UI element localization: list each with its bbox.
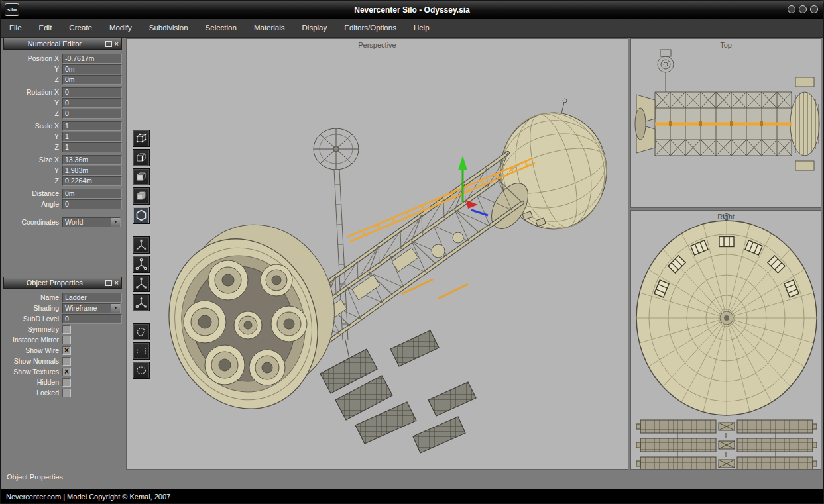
multi-mode-button[interactable]	[133, 207, 150, 224]
show-normals-checkbox[interactable]	[62, 357, 71, 366]
position-y-field[interactable]	[62, 64, 122, 74]
symmetry-checkbox[interactable]	[62, 325, 71, 334]
field-label: Angle	[3, 200, 62, 208]
lasso-select-button[interactable]	[133, 323, 150, 340]
multi-mode-icon	[135, 209, 148, 222]
panel-title: Object Properties	[4, 279, 105, 287]
menu-file[interactable]: File	[1, 19, 30, 37]
close-icon[interactable]: ×	[115, 279, 119, 286]
face-mode-button[interactable]	[133, 168, 150, 185]
field-row: Z	[3, 108, 122, 119]
angle-field[interactable]	[62, 199, 122, 209]
top-viewport[interactable]: Top	[630, 38, 821, 208]
show-wire-checkbox[interactable]: ×	[62, 346, 71, 355]
top-view-wireframe	[631, 39, 821, 208]
shading-dropdown[interactable]: Wireframe ▼	[62, 303, 121, 313]
perspective-viewport[interactable]: Perspective	[126, 38, 628, 470]
field-row: Angle	[3, 199, 122, 209]
rotation-y-field[interactable]	[62, 98, 122, 108]
dropdown-value: World	[63, 218, 111, 226]
field-row: Size X	[3, 154, 122, 165]
menu-subdivision[interactable]: Subdivision	[141, 19, 197, 37]
minimize-icon[interactable]	[788, 5, 795, 13]
collapse-icon[interactable]	[105, 41, 112, 47]
position-z-field[interactable]	[62, 75, 122, 85]
universal-tool-button[interactable]	[133, 294, 150, 311]
size-z-field[interactable]	[62, 176, 122, 186]
locked-checkbox[interactable]	[62, 389, 71, 397]
menu-help[interactable]: Help	[405, 19, 438, 37]
menu-materials[interactable]: Materials	[245, 19, 294, 37]
rotate-tool-button[interactable]	[133, 256, 150, 273]
field-row: Z	[3, 74, 122, 85]
window-title: Nevercenter Silo - Odyssey.sia	[1, 5, 823, 15]
field-label: Rotation X	[3, 88, 62, 96]
checkbox-row: Show Normals	[3, 356, 122, 366]
scale-z-field[interactable]	[62, 142, 122, 152]
field-row: Y	[3, 97, 122, 108]
field-label: Y	[3, 65, 62, 73]
menu-create[interactable]: Create	[60, 19, 101, 37]
face-mode-icon	[135, 170, 148, 183]
field-label: Size X	[3, 156, 62, 164]
field-row: Y	[3, 131, 122, 142]
checkbox-mark: ×	[64, 348, 69, 354]
rotation-z-field[interactable]	[62, 109, 122, 119]
checkbox-row: Instance Mirror	[3, 334, 122, 345]
statusbar: Nevercenter.com | Model Copyright © Kema…	[1, 489, 823, 503]
paint-select-icon	[135, 364, 148, 377]
size-y-field[interactable]	[62, 166, 122, 176]
viewport-label: Top	[631, 41, 821, 49]
menu-edit[interactable]: Edit	[30, 19, 61, 37]
distance-field[interactable]	[62, 189, 122, 199]
right-viewport[interactable]: Right	[630, 210, 821, 470]
coordinates-dropdown[interactable]: World ▼	[62, 217, 121, 227]
titlebar[interactable]: silo Nevercenter Silo - Odyssey.sia	[1, 1, 823, 19]
position-x-field[interactable]	[62, 54, 122, 64]
scale-tool-button[interactable]	[133, 275, 150, 292]
field-row: Position X	[3, 53, 122, 64]
edge-mode-button[interactable]	[133, 149, 150, 166]
numerical-editor-header[interactable]: Numerical Editor ×	[3, 38, 122, 50]
field-label: Y	[3, 132, 62, 140]
field-label: Y	[3, 166, 62, 174]
name-field[interactable]	[62, 293, 122, 303]
field-label: Coordinates	[3, 218, 62, 226]
vertex-mode-button[interactable]	[133, 130, 150, 147]
lasso-select-icon	[135, 325, 148, 338]
statusbar-text: Nevercenter.com | Model Copyright © Kema…	[6, 493, 170, 501]
menu-modify[interactable]: Modify	[101, 19, 141, 37]
scale-x-field[interactable]	[62, 121, 122, 131]
rect-select-button[interactable]	[133, 342, 150, 360]
instance-mirror-checkbox[interactable]	[62, 336, 71, 344]
close-icon[interactable]: ×	[115, 40, 119, 47]
rect-select-icon	[135, 344, 148, 358]
checkbox-row: Locked	[3, 387, 122, 398]
hidden-checkbox[interactable]	[62, 378, 71, 387]
field-label: Distance	[3, 189, 62, 197]
field-label: Y	[3, 99, 62, 107]
scale-y-field[interactable]	[62, 132, 122, 142]
subd-row: SubD Level	[3, 313, 122, 324]
field-label: Instance Mirror	[3, 336, 62, 344]
coordinates-row: Coordinates World ▼	[3, 217, 122, 227]
paint-select-button[interactable]	[133, 362, 150, 379]
close-icon[interactable]	[810, 5, 818, 13]
object-mode-button[interactable]	[133, 187, 150, 205]
menu-editors-options[interactable]: Editors/Options	[335, 19, 405, 37]
perspective-model-wireframe	[127, 39, 628, 470]
menu-display[interactable]: Display	[294, 19, 336, 37]
collapse-icon[interactable]	[105, 280, 112, 286]
size-x-field[interactable]	[62, 155, 122, 165]
move-tool-icon	[135, 238, 148, 252]
object-properties-header[interactable]: Object Properties ×	[3, 277, 122, 289]
field-label: Z	[3, 109, 62, 117]
rotation-x-field[interactable]	[62, 87, 122, 97]
maximize-icon[interactable]	[799, 5, 807, 13]
subd-level-field[interactable]	[62, 314, 122, 324]
move-tool-button[interactable]	[133, 236, 150, 254]
menu-selection[interactable]: Selection	[197, 19, 245, 37]
field-label: Symmetry	[3, 325, 62, 333]
menubar: File Edit Create Modify Subdivision Sele…	[1, 19, 823, 38]
show-textures-checkbox[interactable]: ×	[62, 368, 71, 376]
